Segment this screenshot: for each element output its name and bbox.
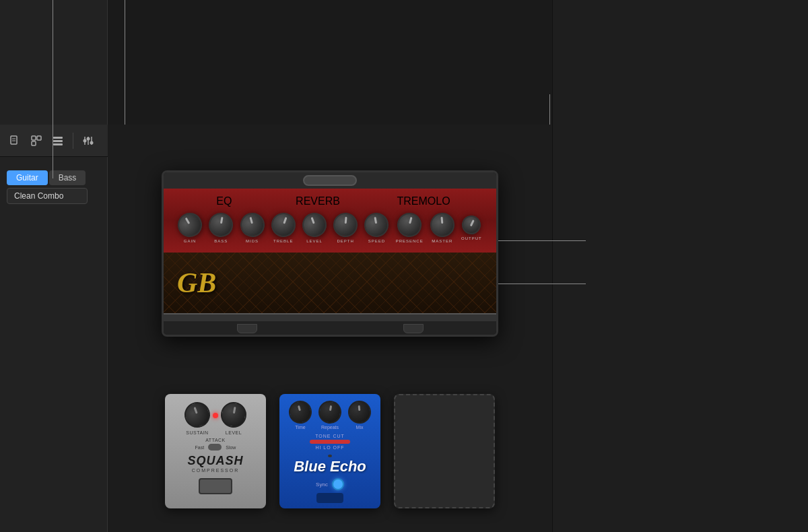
amp-body: EQ REVERB TREMOLO GAIN BASS <box>162 170 498 337</box>
knob-treble-control[interactable] <box>268 209 299 240</box>
squash-footswitch[interactable] <box>199 478 232 494</box>
amp-feet <box>164 321 496 335</box>
amp-section-labels: EQ REVERB TREMOLO <box>174 195 485 207</box>
sustain-label: SUSTAIN <box>184 430 210 435</box>
svg-rect-3 <box>32 136 36 140</box>
toolbar-divider-1 <box>73 133 73 149</box>
knob-level-control[interactable] <box>299 209 330 240</box>
instrument-tabs: Guitar Bass Clean Combo <box>7 170 101 204</box>
empty-pedal-slot[interactable] <box>394 394 495 508</box>
amp-head: EQ REVERB TREMOLO GAIN BASS <box>162 170 498 337</box>
guitar-tab[interactable]: Guitar <box>7 170 48 185</box>
fast-label: Fast <box>195 445 205 450</box>
sustain-knob[interactable] <box>181 399 214 432</box>
reverb-label: REVERB <box>296 195 340 207</box>
knob-treble: TREBLE <box>271 213 296 243</box>
amp-top-bar <box>164 172 496 189</box>
pedals-area: SUSTAIN LEVEL ATTACK Fast Slow SQUASH CO… <box>108 387 552 515</box>
amp-foot-left <box>237 324 257 333</box>
svg-rect-8 <box>53 143 63 145</box>
svg-rect-0 <box>11 136 17 144</box>
echo-knob-labels: Time Repeats Mix <box>289 425 371 430</box>
right-panel <box>552 0 808 532</box>
bass-tab[interactable]: Bass <box>49 170 86 185</box>
hi-lo-off-label: HI LO OFF <box>315 445 344 450</box>
sync-label: Sync <box>316 481 328 488</box>
knob-speed-control[interactable] <box>363 211 391 239</box>
svg-point-14 <box>90 141 94 144</box>
svg-rect-6 <box>53 137 63 139</box>
amp-callout-line-2 <box>498 284 586 284</box>
list-icon[interactable] <box>48 131 67 150</box>
attack-switch-row: Fast Slow <box>195 444 236 451</box>
tone-bar <box>310 440 350 444</box>
squash-knob-labels: SUSTAIN LEVEL <box>184 430 246 435</box>
vert-callout-left <box>53 0 53 178</box>
level-knob[interactable] <box>219 400 248 430</box>
time-label: Time <box>289 425 312 430</box>
svg-rect-5 <box>32 141 36 145</box>
mixer-icon[interactable] <box>79 131 98 150</box>
knob-mids-control[interactable] <box>238 210 267 240</box>
amp-control-panel: EQ REVERB TREMOLO GAIN BASS <box>164 189 496 253</box>
repeats-knob[interactable] <box>316 399 343 425</box>
layout-icon[interactable] <box>27 131 46 150</box>
amp-logo-area: GB <box>164 253 496 313</box>
svg-point-12 <box>83 139 87 142</box>
eq-label: EQ <box>216 195 232 207</box>
document-icon[interactable] <box>5 131 24 150</box>
knob-bass-control[interactable] <box>207 211 235 239</box>
attack-label: ATTACK <box>205 438 226 442</box>
left-sidebar <box>0 0 108 532</box>
tremolo-label: TREMOLO <box>397 195 450 207</box>
knob-speed: SPEED <box>364 213 389 243</box>
knob-master: MASTER <box>430 213 454 243</box>
echo-dot <box>328 455 332 457</box>
amp-handle <box>303 175 357 186</box>
amp-foot-right <box>403 324 424 333</box>
knob-gain: GAIN <box>178 213 202 243</box>
echo-sync-row: Sync <box>316 478 344 490</box>
knob-level: LEVEL <box>302 213 327 243</box>
knob-bass: BASS <box>209 213 233 243</box>
svg-point-13 <box>87 137 90 140</box>
squash-compressor-pedal: SUSTAIN LEVEL ATTACK Fast Slow SQUASH CO… <box>165 394 266 508</box>
tone-cut-label: TONE CUT <box>315 434 345 438</box>
knob-mids: MIDS <box>240 213 265 243</box>
amp-callout-line-1 <box>498 240 586 241</box>
knob-output-control[interactable] <box>459 212 484 237</box>
sync-button[interactable] <box>332 478 344 490</box>
amp-bottom-trim <box>164 313 496 321</box>
attack-toggle[interactable] <box>208 444 222 451</box>
squash-subtitle: COMPRESSOR <box>192 468 240 473</box>
knob-output: OUTPUT <box>461 215 482 240</box>
time-knob[interactable] <box>286 398 314 426</box>
amp-logo: GB <box>177 267 216 299</box>
preset-selector[interactable]: Clean Combo <box>7 188 88 204</box>
echo-knobs <box>289 401 371 424</box>
main-content: EQ REVERB TREMOLO GAIN BASS <box>108 125 552 532</box>
echo-name: Blue Echo <box>294 459 366 474</box>
amp-knobs-row: GAIN BASS MIDS TREBLE <box>174 210 485 246</box>
echo-footswitch[interactable] <box>316 493 343 503</box>
svg-rect-7 <box>53 140 63 142</box>
slow-label: Slow <box>226 445 236 450</box>
level-label: LEVEL <box>221 430 246 435</box>
echo-tone-section: TONE CUT HI LO OFF <box>285 434 375 450</box>
svg-rect-4 <box>37 136 41 140</box>
knob-depth-control[interactable] <box>333 211 359 238</box>
mix-label: Mix <box>348 425 371 430</box>
knob-presence: PRESENCE <box>396 213 424 243</box>
blue-echo-pedal: Time Repeats Mix TONE CUT HI LO OFF Blue… <box>279 394 380 508</box>
repeats-label: Repeats <box>318 425 341 430</box>
knob-depth: DEPTH <box>333 213 358 243</box>
knob-master-control[interactable] <box>429 211 455 238</box>
knob-gain-control[interactable] <box>174 208 207 241</box>
mix-knob[interactable] <box>347 400 372 425</box>
squash-led <box>213 413 218 418</box>
amp-container: EQ REVERB TREMOLO GAIN BASS <box>108 170 552 337</box>
squash-name: SQUASH <box>187 455 243 468</box>
knob-presence-control[interactable] <box>395 210 424 240</box>
